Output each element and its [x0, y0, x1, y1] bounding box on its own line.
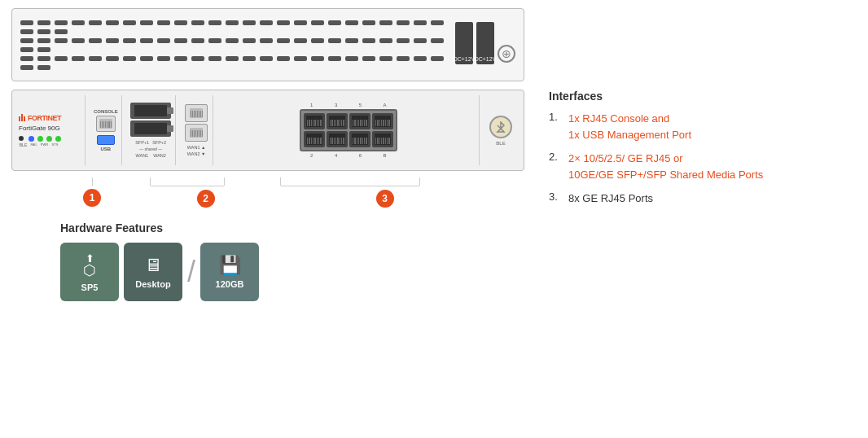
ge-pin — [320, 138, 321, 144]
ge-pin — [337, 120, 338, 126]
ge-num-2: 2 — [310, 153, 313, 158]
hw-icon-storage: 💾 120GB — [200, 243, 259, 301]
ge-port-inner — [306, 134, 322, 145]
vent-slot — [191, 20, 204, 25]
vent-slot — [20, 38, 33, 43]
ge-pin — [377, 138, 378, 144]
ge-port-inner — [375, 116, 391, 127]
ge-port-1 — [304, 113, 325, 129]
sfp-shared-label: — shared — — [139, 147, 162, 151]
ge-pin — [357, 138, 357, 144]
vent-slot — [431, 38, 444, 43]
vent-slot — [208, 56, 221, 61]
vent-slot — [277, 56, 290, 61]
callout-number-2-container: 2 — [197, 186, 215, 208]
vent-slot — [106, 38, 119, 43]
vent-slot — [123, 56, 136, 61]
ge-pin — [318, 138, 319, 144]
ge-port-4 — [327, 131, 348, 147]
vent-slot — [294, 56, 307, 61]
vent-row-3 — [20, 56, 447, 70]
desktop-label: Desktop — [135, 279, 170, 289]
fortinet-bar-icon — [19, 114, 25, 121]
sp5-chip-icon: ⬡ — [83, 261, 96, 279]
vent-slot — [20, 29, 33, 34]
interfaces-info-section: Interfaces 1. 1x RJ45 Console and 1x USB… — [541, 90, 857, 215]
ge-port-inner — [352, 134, 368, 145]
ge-port-inner — [306, 116, 322, 127]
callout-bracket-left — [150, 177, 151, 186]
interface-line-1a: 1x RJ45 Console and — [568, 112, 669, 125]
wan-rj45-area: WAN1 ▲ WAN2 ▼ — [181, 95, 213, 165]
ge-pin — [317, 138, 318, 144]
ge-pin — [317, 120, 318, 126]
vent-slot — [37, 20, 50, 25]
ge-pin — [309, 120, 309, 126]
interface-text-1: 1x RJ45 Console and 1x USB Management Po… — [568, 111, 691, 142]
ge-pin — [364, 120, 365, 126]
callout-bracket-bottom — [281, 186, 419, 186]
vent-slot — [431, 20, 444, 25]
ge-pin — [357, 120, 357, 126]
ge-pin — [331, 138, 332, 144]
ge-num-6: 6 — [359, 153, 362, 158]
ge-pin — [362, 138, 363, 144]
vent-slot — [260, 56, 273, 61]
ge-pin — [314, 138, 315, 144]
wan1-sfp-label: WAN1 — [135, 153, 148, 158]
vent-slot — [328, 38, 341, 43]
vent-slot — [414, 20, 427, 25]
vent-slot — [243, 56, 256, 61]
ge-pin — [334, 120, 335, 126]
vent-slot — [89, 20, 102, 25]
ge-pin — [340, 138, 340, 144]
ge-pin — [311, 120, 312, 126]
vent-slot — [55, 20, 68, 25]
ge-top-numbers: 1 3 5 A — [300, 103, 397, 107]
vent-slot — [226, 20, 239, 25]
svg-marker-0 — [501, 122, 504, 129]
ge-pin — [387, 138, 388, 144]
sfp-area: SFP+1 SFP+2 — shared — WAN1 WAN2 — [127, 95, 176, 165]
callout-group-2: 2 — [150, 177, 225, 208]
led-label-ble: BLE — [19, 142, 28, 147]
ge-pin — [341, 120, 342, 126]
vent-slot — [72, 38, 85, 43]
vent-slot — [106, 56, 119, 61]
vent-slot — [55, 38, 68, 43]
ge-pin — [307, 120, 308, 126]
front-panel: FORTINET FortiGate 90G BLE FAIL PWR STS — [11, 90, 524, 171]
ge-port-inner — [352, 116, 368, 127]
console-rj45-port — [96, 116, 116, 132]
ge-pin — [320, 120, 321, 126]
sp5-icon-group: ⬆ ⬡ — [83, 252, 96, 279]
vent-slot — [226, 56, 239, 61]
interface-item-3: 3. 8x GE RJ45 Ports — [549, 191, 857, 207]
ge-pin — [307, 138, 308, 144]
ge-pin — [388, 120, 389, 126]
power-label-2: DC+12V — [475, 56, 497, 63]
led-green-failsafe — [37, 136, 43, 142]
power-label-1: DC+12V — [454, 56, 476, 63]
ge-port-5 — [349, 113, 370, 129]
power-connectors: DC+12V DC+12V ⊕ — [455, 22, 515, 68]
vent-slot — [140, 56, 153, 61]
ge-port-inner — [329, 116, 345, 127]
ge-pin — [385, 138, 386, 144]
ge-pin — [383, 120, 384, 126]
fortigate-model: FortiGate 90G — [19, 125, 60, 132]
power-connector-1: DC+12V — [455, 22, 473, 64]
vent-slot — [379, 56, 392, 61]
ge-pin — [318, 120, 319, 126]
ge-pin — [337, 138, 338, 144]
rj45-inner — [190, 128, 203, 138]
vent-slot — [37, 29, 50, 34]
ge-port-6 — [349, 131, 370, 147]
vent-row-1 — [20, 20, 447, 34]
vent-slot — [37, 65, 50, 70]
ge-bottom-numbers: 2 4 6 B — [300, 153, 397, 158]
vent-slot — [37, 38, 50, 43]
vent-slot — [140, 38, 153, 43]
sfp-label-1: SFP+1 — [135, 140, 149, 145]
ble-area: BLE — [484, 95, 517, 165]
